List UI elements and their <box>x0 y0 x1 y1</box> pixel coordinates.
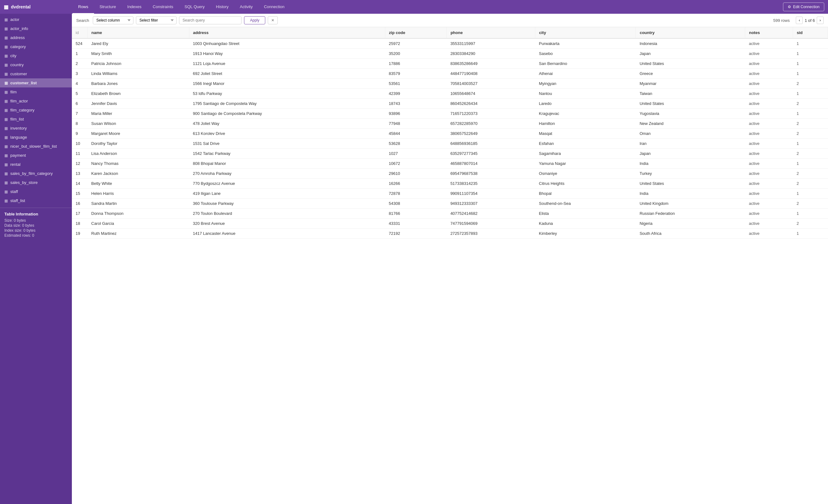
sidebar-item-nicer_but_slower_film_list[interactable]: ▦nicer_but_slower_film_list <box>0 142 72 151</box>
table-row[interactable]: 14Betty White770 Bydgoszcz Avenue1626651… <box>72 179 828 189</box>
cell-phone: 747791594069 <box>447 219 535 229</box>
table-row[interactable]: 17Donna Thompson270 Toulon Boulevard8176… <box>72 209 828 219</box>
table-row[interactable]: 18Carol Garcia320 Brest Avenue4333174779… <box>72 219 828 229</box>
table-row[interactable]: 4Barbara Jones1566 Inegl Manor5356170581… <box>72 79 828 89</box>
cell-notes: active <box>745 158 793 169</box>
sidebar-item-sales_by_store[interactable]: ▦sales_by_store <box>0 178 72 187</box>
tab-constraints[interactable]: Constraints <box>147 0 179 14</box>
cell-country: Indonesia <box>636 38 745 49</box>
sidebar-item-label: staff_list <box>10 198 25 203</box>
table-container: idnameaddresszip codephonecitycountrynot… <box>72 27 828 504</box>
cell-address: 270 Toulon Boulevard <box>189 209 385 219</box>
table-row[interactable]: 11Lisa Anderson1542 Tarlac Parkway102763… <box>72 149 828 158</box>
cell-city: Sasebo <box>535 49 636 59</box>
tab-connection[interactable]: Connection <box>258 0 290 14</box>
cell-city: Laredo <box>535 99 636 109</box>
sidebar-item-city[interactable]: ▦city <box>0 51 72 60</box>
edit-connection-button[interactable]: ⚙ Edit Connection <box>783 2 824 11</box>
sidebar-item-label: sales_by_film_category <box>10 171 53 176</box>
cell-city: Southend-on-Sea <box>535 198 636 209</box>
cell-sid: 2 <box>793 119 828 129</box>
cell-zip-code: 1027 <box>385 149 447 158</box>
sidebar-item-payment[interactable]: ▦payment <box>0 151 72 160</box>
table-icon: ▦ <box>4 81 8 85</box>
cell-id: 12 <box>72 158 87 169</box>
cell-country: Russian Federation <box>636 209 745 219</box>
cell-phone: 648856936185 <box>447 139 535 149</box>
tab-structure[interactable]: Structure <box>94 0 122 14</box>
cell-country: India <box>636 189 745 198</box>
tab-history[interactable]: History <box>210 0 234 14</box>
prev-page-button[interactable]: ‹ <box>796 16 803 24</box>
table-row[interactable]: 6Jennifer Davis1795 Santiago de Composte… <box>72 99 828 109</box>
table-row[interactable]: 5Elizabeth Brown53 Idfu Parkway423991065… <box>72 89 828 99</box>
table-row[interactable]: 19Ruth Martinez1417 Lancaster Avenue7219… <box>72 229 828 239</box>
sidebar-item-film_list[interactable]: ▦film_list <box>0 114 72 124</box>
apply-button[interactable]: Apply <box>244 16 265 25</box>
cell-name: Ruth Martinez <box>87 229 189 239</box>
cell-name: Susan Wilson <box>87 119 189 129</box>
cell-notes: active <box>745 219 793 229</box>
cell-notes: active <box>745 149 793 158</box>
table-row[interactable]: 9Margaret Moore613 Korolev Drive45844380… <box>72 129 828 139</box>
sidebar-item-film[interactable]: ▦film <box>0 87 72 96</box>
cell-notes: active <box>745 119 793 129</box>
tab-indexes[interactable]: Indexes <box>122 0 147 14</box>
filter-select[interactable]: Select filter <box>136 16 176 25</box>
table-row[interactable]: 1Mary Smith1913 Hanoi Way352002830338429… <box>72 49 828 59</box>
sidebar-item-label: rental <box>10 162 20 167</box>
sidebar-item-language[interactable]: ▦language <box>0 133 72 142</box>
cell-id: 3 <box>72 69 87 79</box>
table-row[interactable]: 15Helen Harris419 Iligan Lane72878990911… <box>72 189 828 198</box>
sidebar-item-actor_info[interactable]: ▦actor_info <box>0 24 72 33</box>
clear-button[interactable]: ✕ <box>268 16 278 25</box>
cell-zip-code: 29610 <box>385 169 447 179</box>
tab-activity[interactable]: Activity <box>234 0 258 14</box>
table-row[interactable]: 12Nancy Thomas808 Bhopal Manor1067246588… <box>72 158 828 169</box>
cell-notes: active <box>745 209 793 219</box>
search-input[interactable] <box>179 16 242 25</box>
table-row[interactable]: 13Karen Jackson270 Amroha Parkway2961069… <box>72 169 828 179</box>
table-row[interactable]: 524Jared Ely1003 Qinhuangdao Street25972… <box>72 38 828 49</box>
cell-city: Citrus Heights <box>535 179 636 189</box>
cell-city: San Bernardino <box>535 59 636 69</box>
table-row[interactable]: 10Dorothy Taylor1531 Sal Drive5362864885… <box>72 139 828 149</box>
table-row[interactable]: 7Maria Miller900 Santiago de Compostela … <box>72 109 828 119</box>
sidebar-item-staff[interactable]: ▦staff <box>0 187 72 196</box>
tab-sql_query[interactable]: SQL Query <box>179 0 211 14</box>
col-header-address: address <box>189 27 385 38</box>
sidebar-item-actor[interactable]: ▦actor <box>0 15 72 24</box>
cell-phone: 380657522649 <box>447 129 535 139</box>
table-row[interactable]: 16Sandra Martin360 Toulouse Parkway54308… <box>72 198 828 209</box>
sidebar-item-category[interactable]: ▦category <box>0 42 72 51</box>
sidebar-item-customer_list[interactable]: ▦customer_list <box>0 78 72 87</box>
cell-address: 53 Idfu Parkway <box>189 89 385 99</box>
cell-name: Sandra Martin <box>87 198 189 209</box>
table-icon: ▦ <box>4 54 8 58</box>
tab-rows[interactable]: Rows <box>73 0 94 14</box>
sidebar-item-address[interactable]: ▦address <box>0 33 72 42</box>
table-icon: ▦ <box>4 163 8 167</box>
size-info: Size: 0 bytes <box>4 218 68 223</box>
column-select[interactable]: Select column <box>93 16 133 25</box>
table-row[interactable]: 2Patricia Johnson1121 Loja Avenue1788683… <box>72 59 828 69</box>
sidebar-item-country[interactable]: ▦country <box>0 60 72 69</box>
sidebar-item-staff_list[interactable]: ▦staff_list <box>0 196 72 205</box>
table-icon: ▦ <box>4 36 8 40</box>
cell-sid: 2 <box>793 198 828 209</box>
table-row[interactable]: 8Susan Wilson478 Joliet Way7794865728228… <box>72 119 828 129</box>
table-row[interactable]: 3Linda Williams692 Joliet Street83579448… <box>72 69 828 79</box>
sidebar-item-sales_by_film_category[interactable]: ▦sales_by_film_category <box>0 169 72 178</box>
tab-bar: RowsStructureIndexesConstraintsSQL Query… <box>73 0 783 14</box>
cell-id: 11 <box>72 149 87 158</box>
sidebar-item-customer[interactable]: ▦customer <box>0 69 72 78</box>
table-icon: ▦ <box>4 90 8 94</box>
sidebar-item-rental[interactable]: ▦rental <box>0 160 72 169</box>
sidebar-item-inventory[interactable]: ▦inventory <box>0 124 72 133</box>
cell-address: 320 Brest Avenue <box>189 219 385 229</box>
cell-city: Hamilton <box>535 119 636 129</box>
next-page-button[interactable]: › <box>817 16 824 24</box>
sidebar-item-film_actor[interactable]: ▦film_actor <box>0 96 72 105</box>
sidebar-item-film_category[interactable]: ▦film_category <box>0 105 72 114</box>
page-indicator: 1 of 6 <box>804 18 815 23</box>
